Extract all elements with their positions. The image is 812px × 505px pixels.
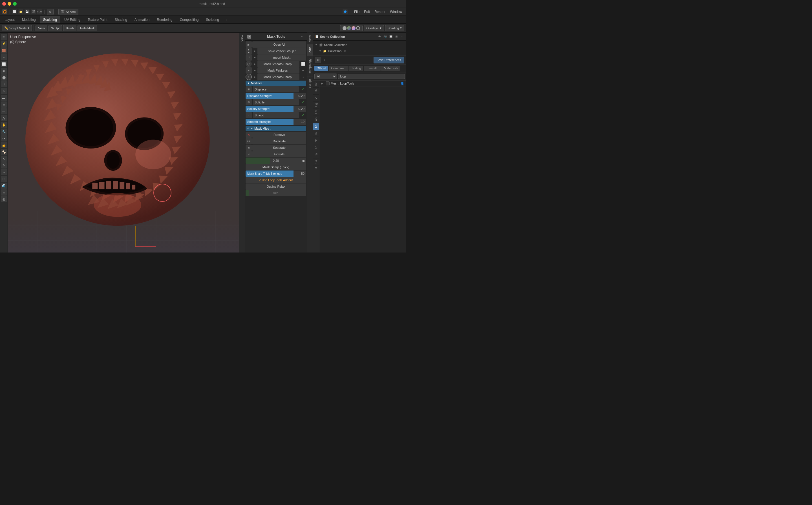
mask-smooth1-icon[interactable]: ◯: [246, 61, 252, 67]
side-tab-sculpt[interactable]: Sculpt: [307, 77, 313, 90]
tab-testing[interactable]: Testing: [349, 66, 364, 71]
separate-button[interactable]: Separate: [252, 145, 306, 151]
new-file-icon[interactable]: ⬜: [12, 9, 17, 14]
mask-smooth1-expand[interactable]: ▶: [252, 61, 257, 67]
mask-sharp-thick-value[interactable]: 50: [293, 170, 306, 177]
eye-filter-icon[interactable]: 👁: [377, 34, 382, 39]
tab-shading[interactable]: Shading: [111, 16, 131, 23]
layer-tool[interactable]: ⬜: [1, 61, 7, 67]
side-tab-retopology[interactable]: Retopology: [307, 56, 313, 77]
render-filter-icon[interactable]: 🔲: [389, 34, 393, 39]
edit-menu[interactable]: Edit: [362, 9, 372, 14]
render-icon[interactable]: 🎬: [31, 9, 36, 14]
tab-refresh[interactable]: ↻ Refresh: [381, 66, 400, 71]
collection-item[interactable]: ▼ 📁 Collection ②: [313, 48, 406, 54]
cat-ke[interactable]: Ke: [313, 144, 319, 151]
mask-fat-end-icon[interactable]: −: [300, 67, 306, 73]
displace-strength-row[interactable]: Displace strength: 0.20: [246, 93, 306, 99]
rotate-tool[interactable]: ↻: [1, 162, 7, 169]
tab-community[interactable]: Communi..: [329, 66, 348, 71]
cloth-tool[interactable]: 🌊: [1, 183, 7, 189]
solidify-strength-row[interactable]: Solidify strength: 0.20: [246, 106, 306, 112]
cat-int[interactable]: Int: [313, 80, 319, 88]
pinch-tool[interactable]: ⋀: [1, 115, 7, 121]
blob-tool[interactable]: ⬤: [1, 74, 7, 80]
mask-smooth-sharp1-button[interactable]: Mask Smooth/Sharp :: [257, 61, 299, 67]
view-tab-label[interactable]: View: [239, 33, 245, 44]
outline-relax-value-field[interactable]: 0.01: [246, 190, 306, 196]
fill-tool[interactable]: ▭: [1, 102, 7, 108]
import-mask-icon[interactable]: ↺: [246, 54, 252, 60]
tab-animation[interactable]: Animation: [131, 16, 153, 23]
tab-install[interactable]: ↓ Install..: [364, 66, 380, 71]
gear-icon[interactable]: ⚙: [315, 57, 321, 63]
cat-na[interactable]: Na: [313, 137, 319, 144]
filter-dropdown[interactable]: All: [314, 73, 337, 79]
flatten-tool[interactable]: ▬: [1, 95, 7, 101]
cat-ed[interactable]: Ed: [313, 109, 319, 116]
tab-compositing[interactable]: Compositing: [176, 16, 202, 23]
snake-hook-tool[interactable]: 〜: [1, 135, 7, 142]
close-button[interactable]: [2, 2, 6, 6]
clay-tool[interactable]: 🟫: [1, 47, 7, 53]
smooth-tool[interactable]: ○: [1, 88, 7, 94]
looptools-expand[interactable]: ▶: [321, 82, 324, 85]
extrude-value-field[interactable]: 0.20 ◐: [246, 158, 306, 164]
displace-strength-value[interactable]: 0.20: [293, 93, 306, 99]
cat-an[interactable]: An: [313, 116, 319, 123]
thumb-tool[interactable]: 👍: [1, 142, 7, 148]
mask-smooth2-icon[interactable]: ○: [246, 74, 252, 80]
scene-selector[interactable]: 🎬 Sphere Sphere: [58, 9, 78, 15]
minimize-button[interactable]: [8, 2, 11, 6]
mask-fat-less-button[interactable]: Mask Fat/Less :: [257, 67, 299, 73]
displace-icon[interactable]: ⊞: [246, 86, 252, 93]
smooth-icon[interactable]: ○: [246, 112, 252, 118]
tab-sculpting[interactable]: Sculpting: [40, 16, 60, 23]
inflate-tool[interactable]: ◉: [1, 67, 7, 74]
cat-sa[interactable]: Sa: [313, 158, 319, 165]
import-mask-button[interactable]: Import Mask :: [257, 54, 306, 60]
tab-uv-editing[interactable]: UV Editing: [61, 16, 84, 23]
smooth-strength-row[interactable]: Smooth strength: 10: [246, 119, 306, 125]
pose-tool[interactable]: 🦴: [1, 149, 7, 155]
render-menu[interactable]: Render: [373, 9, 387, 14]
scrape-tool[interactable]: ⟝: [1, 108, 7, 115]
overlays-button[interactable]: Overlays ▾: [364, 25, 384, 31]
cat-in2[interactable]: In: [313, 130, 319, 137]
side-tab-view[interactable]: View: [307, 33, 313, 44]
camera-filter-icon[interactable]: 📷: [383, 34, 387, 39]
scene-collection-item[interactable]: ▼ 🎬 Scene Collection: [313, 42, 406, 48]
brush-menu[interactable]: Brush: [63, 25, 77, 31]
cat-ad[interactable]: Ad: [313, 123, 319, 130]
shading-button[interactable]: Shading ▾: [385, 25, 404, 31]
frame-counter[interactable]: Sphere 0: [47, 9, 53, 15]
cat-vi[interactable]: Vi: [313, 95, 319, 101]
duplicate-button[interactable]: Duplicate: [252, 138, 306, 144]
add-workspace-button[interactable]: +: [223, 17, 229, 23]
gear-dropdown-icon[interactable]: ▾: [322, 57, 326, 63]
mask-smooth-sharp2-button[interactable]: Mask Smooth/Sharp :: [257, 74, 299, 80]
search-input[interactable]: [338, 74, 405, 79]
side-tab-tools[interactable]: Tools: [307, 44, 313, 56]
mask-fat-plus-icon[interactable]: +: [246, 67, 252, 73]
cat-sy[interactable]: Sy: [313, 151, 319, 158]
crease-tool[interactable]: 〈: [1, 81, 7, 88]
mask-smooth1-end-icon[interactable]: ⬜: [300, 61, 306, 67]
filter-icon[interactable]: ⊞: [394, 34, 399, 39]
looptools-checkbox[interactable]: [326, 81, 329, 86]
open-all-button[interactable]: Open All: [252, 41, 306, 48]
modifier-section[interactable]: ▼ Modifier :: [246, 80, 306, 86]
clay-strips-tool[interactable]: ≡: [1, 54, 7, 60]
blender-icon[interactable]: [2, 9, 7, 14]
mask-smooth2-end-icon[interactable]: ↓: [300, 74, 306, 80]
tab-texture-paint[interactable]: Texture Paint: [84, 16, 111, 23]
tab-scripting[interactable]: Scripting: [202, 16, 223, 23]
draw-tool[interactable]: ✏: [1, 34, 7, 40]
viewport-shading-toggle[interactable]: [340, 25, 363, 31]
window-menu[interactable]: Window: [388, 9, 404, 14]
maximize-button[interactable]: [13, 2, 17, 6]
scene-props-icon[interactable]: SCN: [37, 9, 42, 14]
mask-sharp-thick-strength-row[interactable]: Mask Sharp Thick Strength: 50: [246, 170, 306, 177]
mask-tool[interactable]: ◎: [1, 196, 7, 202]
boundary-tool[interactable]: ⬡: [1, 176, 7, 182]
